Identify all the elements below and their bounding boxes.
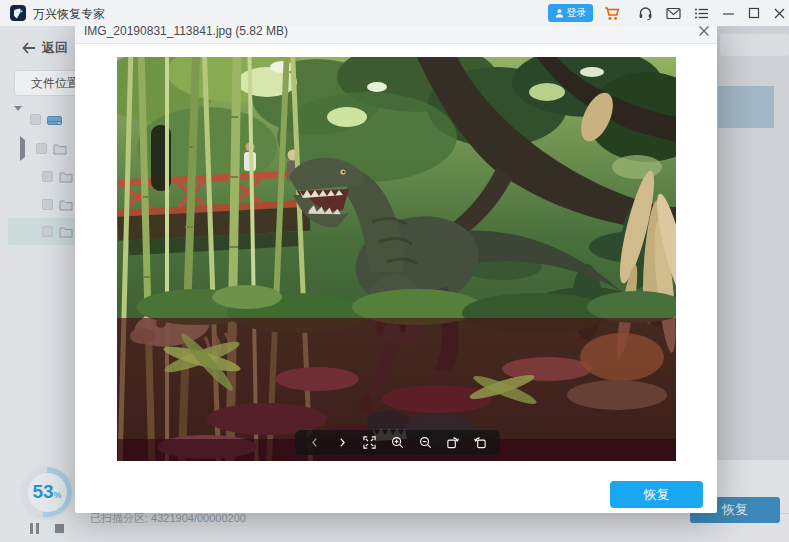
rotate-left-icon[interactable] <box>473 435 488 450</box>
user-icon <box>555 8 564 18</box>
zoom-in-icon[interactable] <box>390 435 405 450</box>
minimize-icon[interactable] <box>720 5 736 21</box>
app-title: 万兴恢复专家 <box>33 6 105 23</box>
close-modal-icon[interactable] <box>697 24 711 38</box>
support-headset-icon[interactable] <box>637 5 653 21</box>
menu-list-icon[interactable] <box>693 5 709 21</box>
recover-label: 恢复 <box>644 486 670 504</box>
recover-button[interactable]: 恢复 <box>610 481 703 508</box>
previous-icon[interactable] <box>307 435 322 450</box>
next-icon[interactable] <box>335 435 350 450</box>
fullscreen-icon[interactable] <box>362 435 377 450</box>
app-logo <box>10 5 26 21</box>
image-viewer-toolbar <box>295 430 500 455</box>
close-window-icon[interactable] <box>771 5 787 21</box>
maximize-icon[interactable] <box>746 5 762 21</box>
feedback-mail-icon[interactable] <box>665 5 681 21</box>
cart-icon[interactable] <box>604 5 620 21</box>
zoom-out-icon[interactable] <box>418 435 433 450</box>
login-button[interactable]: 登录 <box>548 4 593 22</box>
preview-filename: IMG_20190831_113841.jpg (5.82 MB) <box>84 24 288 38</box>
login-label: 登录 <box>567 6 587 20</box>
jungle-dinosaur-photo <box>117 57 676 461</box>
preview-modal: IMG_20190831_113841.jpg (5.82 MB) <box>75 18 717 513</box>
rotate-right-icon[interactable] <box>445 435 460 450</box>
preview-image <box>117 57 676 461</box>
window-titlebar: 万兴恢复专家 登录 <box>0 0 789 26</box>
